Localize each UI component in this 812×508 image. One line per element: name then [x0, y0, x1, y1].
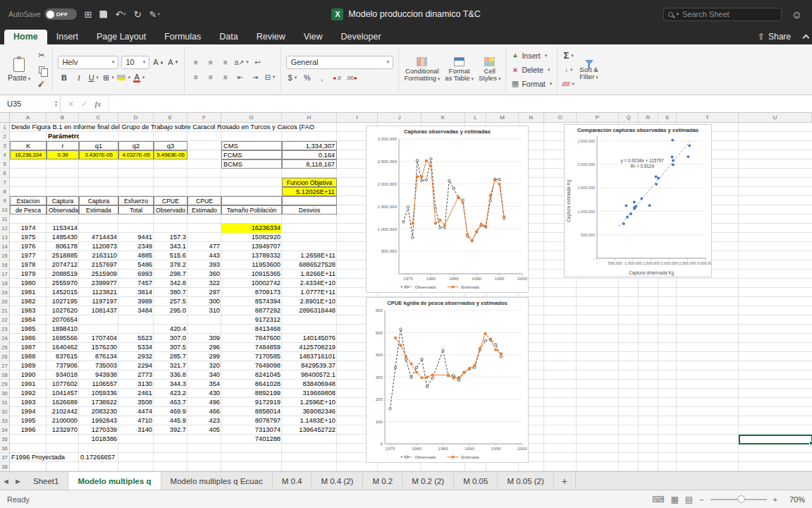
cell-E10[interactable]: Observado [154, 205, 187, 214]
chart-comparacion-capturas[interactable]: Comparación capturas observadas y estima… [564, 124, 712, 277]
cell-E4[interactable]: 5.4983E-05 [154, 150, 187, 159]
cell-E23[interactable]: 420.4 [154, 325, 187, 334]
row-header-23[interactable]: 23 [0, 325, 9, 334]
decrease-decimal-button[interactable]: .00▸ [345, 72, 357, 84]
cell-C33[interactable]: 1992843 [79, 416, 118, 425]
column-header-R[interactable]: R [639, 113, 658, 123]
insert-function-icon[interactable]: fx [94, 99, 101, 108]
cell-D15[interactable]: 4885 [118, 251, 154, 260]
cell-C24[interactable]: 1707404 [79, 334, 118, 343]
cell-F26[interactable]: 299 [187, 352, 221, 361]
cell-G13[interactable]: 15082920 [221, 233, 282, 242]
cell-F24[interactable]: 309 [187, 334, 221, 343]
cell-G16[interactable]: 11953600 [221, 260, 282, 270]
column-header-A[interactable]: A [10, 113, 47, 123]
cell-H4[interactable]: 0.164 [282, 150, 337, 159]
row-header-24[interactable]: 24 [0, 334, 9, 343]
keyboard-icon[interactable]: ⌨ [652, 495, 664, 504]
name-box-spinner[interactable]: ▴▾ [55, 100, 57, 107]
cell-E18[interactable]: 342.8 [154, 279, 187, 288]
cell-A30[interactable]: 1992 [10, 389, 47, 398]
cell-G26[interactable]: 7170585 [221, 352, 282, 361]
autosave-switch[interactable]: OFF [44, 8, 77, 20]
cell-E15[interactable]: 515.6 [154, 251, 187, 260]
cell-B17[interactable]: 2088519 [47, 270, 79, 279]
cell-G17[interactable]: 10915365 [221, 270, 282, 279]
column-header-J[interactable]: J [378, 113, 422, 123]
autosave-toggle[interactable]: AutoSave OFF [8, 8, 77, 20]
ribbon-tab-formulas[interactable]: Formulas [155, 30, 210, 44]
row-header-10[interactable]: 10 [0, 205, 9, 214]
workbook-gallery-icon[interactable]: ⊞ [85, 9, 92, 20]
cell-B26[interactable]: 837615 [47, 352, 79, 361]
cell-B13[interactable]: 1485430 [47, 233, 79, 242]
font-color-button[interactable]: A▾ [133, 72, 145, 84]
cell-A18[interactable]: 1980 [10, 279, 47, 288]
cell-G22[interactable]: 9172312 [221, 315, 282, 325]
cell-F34[interactable]: 405 [187, 425, 221, 435]
cell-A10[interactable]: de Pesca [10, 205, 47, 214]
formula-input[interactable] [109, 95, 812, 112]
ribbon-tab-page-layout[interactable]: Page Layout [87, 30, 155, 44]
cell-G28[interactable]: 8241045 [221, 370, 282, 380]
cell-F25[interactable]: 296 [187, 343, 221, 352]
wrap-text-button[interactable]: ↩ [252, 56, 264, 68]
cell-D17[interactable]: 6993 [118, 270, 154, 279]
fill-color-button[interactable]: ▾ [117, 72, 130, 84]
cell-B19[interactable]: 1452015 [47, 288, 79, 297]
cell-A28[interactable]: 1990 [10, 370, 47, 380]
column-header-B[interactable]: B [47, 113, 79, 123]
fill-button[interactable]: ↓▾ [562, 64, 574, 75]
column-header-H[interactable]: H [282, 113, 337, 123]
row-header-9[interactable]: 9 [0, 196, 9, 205]
currency-format-button[interactable]: $▾ [286, 72, 298, 84]
cell-B15[interactable]: 2518885 [47, 251, 79, 260]
sheet-nav-left-icon[interactable]: ◀ [0, 472, 12, 490]
selected-cell-U35[interactable] [739, 435, 812, 445]
row-header-22[interactable]: 22 [0, 315, 9, 325]
cell-D14[interactable]: 2349 [118, 242, 154, 251]
cell-B33[interactable]: 2100000 [47, 416, 79, 425]
ribbon-tab-review[interactable]: Review [247, 30, 295, 44]
share-button[interactable]: ⇧ Share [749, 32, 799, 44]
cell-B18[interactable]: 2555970 [47, 279, 79, 288]
cell-F20[interactable]: 300 [187, 297, 221, 306]
cell-A31[interactable]: 1993 [10, 398, 47, 407]
cell-D31[interactable]: 3508 [118, 398, 154, 407]
orientation-button[interactable]: a↗▾ [234, 56, 248, 68]
column-header-F[interactable]: F [187, 113, 221, 123]
row-header-33[interactable]: 33 [0, 416, 9, 425]
cell-E16[interactable]: 378.2 [154, 260, 187, 270]
collapse-ribbon-button[interactable] [799, 35, 812, 44]
cell-F9[interactable]: CPUE [187, 196, 221, 205]
zoom-level[interactable]: 70% [784, 495, 805, 504]
insert-cells-button[interactable]: +Insert▾ [511, 50, 552, 61]
format-as-table-button[interactable]: Formatas Table▾ [445, 57, 474, 83]
sort-filter-button[interactable]: Sort &Filter▾ [579, 58, 598, 81]
cell-C13[interactable]: 4714434 [79, 233, 118, 242]
cell-E33[interactable]: 445.9 [154, 416, 187, 425]
cell-A24[interactable]: 1986 [10, 334, 47, 343]
cell-G30[interactable]: 8892199 [221, 389, 282, 398]
search-input[interactable]: ▾ Search Sheet [663, 8, 782, 21]
row-header-3[interactable]: 3 [0, 141, 9, 150]
italic-button[interactable]: I [73, 72, 85, 84]
cell-G24[interactable]: 7847600 [221, 334, 282, 343]
row-header-16[interactable]: 16 [0, 260, 9, 270]
cell-E24[interactable]: 307.0 [154, 334, 187, 343]
cell-E9[interactable]: CPUE [154, 196, 187, 205]
cell-D13[interactable]: 9441 [118, 233, 154, 242]
row-header-25[interactable]: 25 [0, 343, 9, 352]
cell-C29[interactable]: 1106557 [79, 380, 118, 389]
cell-G25[interactable]: 7484859 [221, 343, 282, 352]
align-top-button[interactable]: ≡ [190, 56, 202, 68]
cell-D10[interactable]: Total [118, 205, 154, 214]
increase-font-size-button[interactable]: A▲ [152, 56, 164, 68]
cell-E17[interactable]: 298.7 [154, 270, 187, 279]
sheet-tab-modelo-multiples-q[interactable]: Modelo multiples q [68, 472, 161, 490]
cell-F33[interactable]: 423 [187, 416, 221, 425]
align-right-button[interactable]: ≡ [219, 71, 231, 83]
cell-H18[interactable]: 2.4334E+10 [282, 279, 337, 288]
cell-H34[interactable]: 1396452722 [282, 425, 337, 435]
cell-D3[interactable]: q2 [118, 141, 154, 150]
